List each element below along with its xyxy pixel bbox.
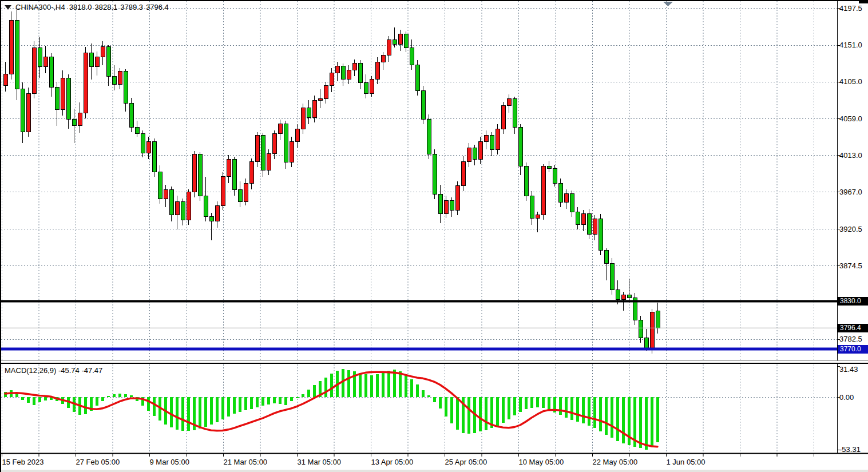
ohlc-close: 3796.4	[146, 3, 169, 11]
time-axis-label[interactable]: 22 May 05:00	[593, 458, 638, 466]
chart-shift-marker-icon[interactable]	[663, 2, 673, 6]
window-corner-mark	[859, 0, 868, 3]
time-axis-label[interactable]: 27 Feb 05:00	[76, 458, 120, 466]
time-axis-label[interactable]: 1 Jun 05:00	[667, 458, 706, 466]
ohlc-high: 3828.1	[94, 3, 117, 11]
time-axis-label[interactable]: 9 Mar 05:00	[150, 458, 189, 466]
horizontal-gridlines	[1, 9, 838, 340]
price-axis-label: 3874.5	[839, 261, 862, 270]
macd-indicator-label: MACD(12,26,9) -45.74 -47.47	[5, 366, 102, 375]
macd-axis-label: 31.43	[839, 365, 858, 374]
trading-chart-window: CHINA300-,H4 3818.0 3828.1 3789.3 3796.4…	[0, 0, 868, 472]
vertical-gridlines	[2, 1, 814, 453]
chart-canvas[interactable]	[0, 0, 868, 472]
symbol-title-row: CHINA300-,H4 3818.0 3828.1 3789.3 3796.4	[5, 3, 169, 11]
price-axis-label: 3782.5	[839, 335, 862, 343]
price-axis-label: 3920.5	[839, 225, 862, 233]
macd-axis-label: -53.31	[839, 445, 861, 454]
level-price-badge-3830: 3830.0	[838, 297, 868, 306]
price-axis-label: 4151.0	[839, 41, 862, 49]
bid-price-badge: 3796.4	[838, 324, 868, 332]
price-axis-label: 4197.5	[839, 4, 862, 13]
time-axis-label[interactable]: 10 May 05:00	[519, 458, 564, 466]
window-border-left	[0, 0, 1, 472]
price-axis-label: 4059.0	[839, 114, 862, 123]
ohlc-open: 3818.0	[69, 3, 92, 11]
time-axis-label[interactable]: 25 Apr 05:00	[445, 458, 487, 466]
ohlc-readout: 3818.0 3828.1 3789.3 3796.4	[69, 3, 169, 11]
time-axis-label[interactable]: 21 Mar 05:00	[224, 458, 268, 466]
price-axis-label: 4105.0	[839, 77, 862, 86]
panel-divider-handle[interactable]	[0, 360, 868, 364]
symbol-period-label: CHINA300-,H4	[15, 3, 65, 11]
macd-axis-label: 0.00	[839, 393, 854, 402]
ohlc-low: 3789.3	[120, 3, 143, 11]
window-border-bottom	[0, 470, 868, 472]
symbol-dropdown-icon[interactable]	[5, 5, 11, 10]
window-border-top	[0, 0, 868, 1]
level-price-badge-3770: 3770.0	[838, 345, 868, 354]
price-axis-label: 3967.0	[839, 188, 862, 196]
time-axis-label[interactable]: 15 Feb 2023	[2, 458, 44, 466]
price-axis-label: 4013.0	[839, 151, 862, 160]
time-axis-label[interactable]: 13 Apr 05:00	[371, 458, 414, 466]
time-axis-label[interactable]: 31 Mar 05:00	[298, 458, 342, 466]
